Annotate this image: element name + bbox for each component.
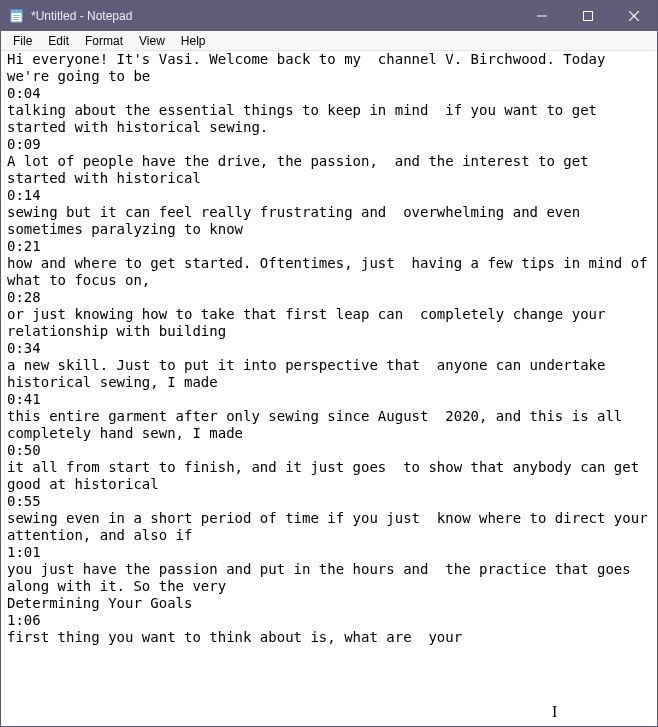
menubar: File Edit Format View Help (1, 31, 657, 51)
svg-rect-1 (11, 10, 22, 13)
menu-help[interactable]: Help (173, 33, 214, 49)
close-button[interactable] (611, 1, 657, 31)
menu-edit[interactable]: Edit (40, 33, 77, 49)
minimize-button[interactable] (519, 1, 565, 31)
window-title: *Untitled - Notepad (31, 9, 132, 23)
editor-area: Hi everyone! It's Vasi. Welcome back to … (1, 51, 657, 726)
titlebar[interactable]: *Untitled - Notepad (1, 1, 657, 31)
maximize-button[interactable] (565, 1, 611, 31)
text-editor[interactable]: Hi everyone! It's Vasi. Welcome back to … (1, 51, 657, 726)
notepad-window: *Untitled - Notepad File Edit Format Vie… (0, 0, 658, 727)
menu-format[interactable]: Format (77, 33, 131, 49)
menu-view[interactable]: View (131, 33, 173, 49)
notepad-app-icon (9, 8, 25, 24)
svg-rect-6 (584, 12, 593, 21)
menu-file[interactable]: File (5, 33, 40, 49)
